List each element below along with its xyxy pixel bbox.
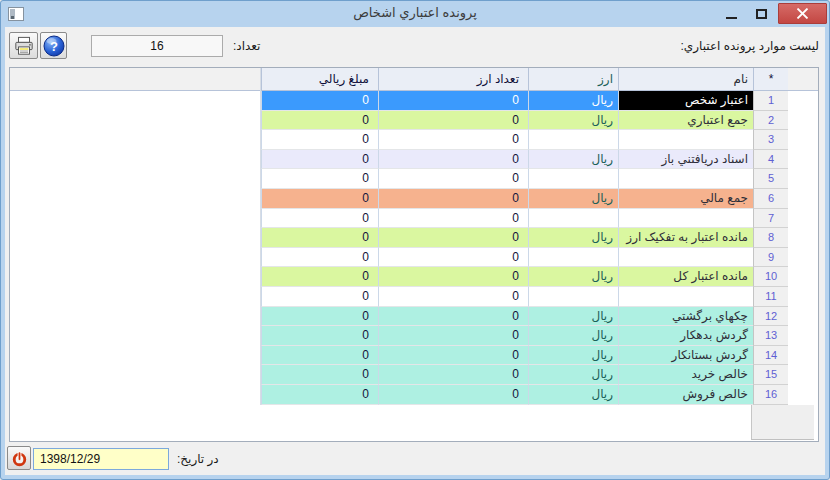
currency-count-cell[interactable]: 0: [378, 209, 528, 229]
currency-count-cell[interactable]: 0: [378, 228, 528, 248]
table-row[interactable]: 7 0 0: [261, 209, 788, 229]
table-row[interactable]: 14 گردش بستانکار ريال 0 0: [261, 346, 788, 366]
help-button[interactable]: ?: [40, 32, 67, 59]
row-number-cell[interactable]: 4: [753, 150, 788, 170]
table-row[interactable]: 11 0 0: [261, 287, 788, 307]
maximize-button[interactable]: [748, 3, 774, 24]
name-cell[interactable]: جمع مالي: [618, 189, 753, 209]
header-currency[interactable]: ارز: [528, 68, 618, 91]
currency-count-cell[interactable]: 0: [378, 189, 528, 209]
row-number-cell[interactable]: 1: [753, 91, 788, 111]
rial-amount-cell[interactable]: 0: [261, 150, 378, 170]
rial-amount-cell[interactable]: 0: [261, 169, 378, 189]
table-row[interactable]: 15 خالص خريد ريال 0 0: [261, 365, 788, 385]
currency-cell[interactable]: ريال: [528, 150, 618, 170]
rial-amount-cell[interactable]: 0: [261, 307, 378, 327]
currency-cell[interactable]: ريال: [528, 385, 618, 405]
close-button[interactable]: [778, 3, 827, 24]
count-field[interactable]: [91, 35, 223, 57]
currency-cell[interactable]: ريال: [528, 267, 618, 287]
row-number-cell[interactable]: 10: [753, 267, 788, 287]
currency-cell[interactable]: [528, 169, 618, 189]
row-number-cell[interactable]: 5: [753, 169, 788, 189]
name-cell[interactable]: جمع اعتباري: [618, 111, 753, 131]
name-cell[interactable]: مانده اعتبار به تفکيک ارز: [618, 228, 753, 248]
table-row[interactable]: 4 اسناد دريافتني باز ريال 0 0: [261, 150, 788, 170]
currency-cell[interactable]: ريال: [528, 365, 618, 385]
rial-amount-cell[interactable]: 0: [261, 111, 378, 131]
table-row[interactable]: 13 گردش بدهکار ريال 0 0: [261, 326, 788, 346]
rial-amount-cell[interactable]: 0: [261, 385, 378, 405]
currency-count-cell[interactable]: 0: [378, 365, 528, 385]
currency-cell[interactable]: ريال: [528, 91, 618, 111]
currency-cell[interactable]: [528, 209, 618, 229]
name-cell[interactable]: گردش بستانکار: [618, 346, 753, 366]
print-button[interactable]: [9, 32, 38, 59]
currency-cell[interactable]: ريال: [528, 189, 618, 209]
rial-amount-cell[interactable]: 0: [261, 189, 378, 209]
row-number-cell[interactable]: 2: [753, 111, 788, 131]
name-cell[interactable]: [618, 130, 753, 150]
row-number-cell[interactable]: 15: [753, 365, 788, 385]
name-cell[interactable]: خالص خريد: [618, 365, 753, 385]
table-row[interactable]: 1 اعتبار شخص ريال 0 0: [261, 91, 788, 111]
table-row[interactable]: 10 مانده اعتبار کل ريال 0 0: [261, 267, 788, 287]
currency-count-cell[interactable]: 0: [378, 326, 528, 346]
table-row[interactable]: 8 مانده اعتبار به تفکيک ارز ريال 0 0: [261, 228, 788, 248]
rial-amount-cell[interactable]: 0: [261, 346, 378, 366]
currency-count-cell[interactable]: 0: [378, 287, 528, 307]
rial-amount-cell[interactable]: 0: [261, 91, 378, 111]
currency-count-cell[interactable]: 0: [378, 111, 528, 131]
table-row[interactable]: 3 0 0: [261, 130, 788, 150]
row-number-cell[interactable]: 13: [753, 326, 788, 346]
row-number-cell[interactable]: 12: [753, 307, 788, 327]
currency-count-cell[interactable]: 0: [378, 307, 528, 327]
currency-count-cell[interactable]: 0: [378, 385, 528, 405]
row-number-cell[interactable]: 11: [753, 287, 788, 307]
currency-count-cell[interactable]: 0: [378, 150, 528, 170]
currency-cell[interactable]: [528, 130, 618, 150]
rial-amount-cell[interactable]: 0: [261, 209, 378, 229]
currency-cell[interactable]: ريال: [528, 307, 618, 327]
row-number-cell[interactable]: 7: [753, 209, 788, 229]
stop-button[interactable]: [7, 446, 31, 470]
row-number-cell[interactable]: 3: [753, 130, 788, 150]
currency-count-cell[interactable]: 0: [378, 169, 528, 189]
rial-amount-cell[interactable]: 0: [261, 267, 378, 287]
table-row[interactable]: 2 جمع اعتباري ريال 0 0: [261, 111, 788, 131]
rial-amount-cell[interactable]: 0: [261, 228, 378, 248]
currency-cell[interactable]: ريال: [528, 228, 618, 248]
row-number-cell[interactable]: 8: [753, 228, 788, 248]
rial-amount-cell[interactable]: 0: [261, 365, 378, 385]
header-currency-count[interactable]: تعداد ارز: [378, 68, 528, 91]
currency-count-cell[interactable]: 0: [378, 267, 528, 287]
header-rial-amount[interactable]: مبلغ ريالي: [261, 68, 378, 91]
name-cell[interactable]: اسناد دريافتني باز: [618, 150, 753, 170]
name-cell[interactable]: مانده اعتبار کل: [618, 267, 753, 287]
currency-cell[interactable]: [528, 248, 618, 268]
row-number-cell[interactable]: 14: [753, 346, 788, 366]
name-cell[interactable]: اعتبار شخص: [618, 91, 753, 111]
currency-cell[interactable]: ريال: [528, 326, 618, 346]
name-cell[interactable]: چکهاي برگشتي: [618, 307, 753, 327]
table-row[interactable]: 9 0 0: [261, 248, 788, 268]
currency-count-cell[interactable]: 0: [378, 248, 528, 268]
name-cell[interactable]: گردش بدهکار: [618, 326, 753, 346]
date-input[interactable]: [33, 448, 169, 470]
rial-amount-cell[interactable]: 0: [261, 248, 378, 268]
name-cell[interactable]: [618, 169, 753, 189]
minimize-button[interactable]: [718, 3, 744, 24]
row-number-cell[interactable]: 16: [753, 385, 788, 405]
currency-cell[interactable]: ريال: [528, 111, 618, 131]
header-name[interactable]: نام: [618, 68, 753, 91]
header-row-marker[interactable]: *: [753, 68, 788, 91]
rial-amount-cell[interactable]: 0: [261, 326, 378, 346]
table-row[interactable]: 6 جمع مالي ريال 0 0: [261, 189, 788, 209]
rial-amount-cell[interactable]: 0: [261, 287, 378, 307]
table-row[interactable]: 5 0 0: [261, 169, 788, 189]
table-row[interactable]: 12 چکهاي برگشتي ريال 0 0: [261, 307, 788, 327]
row-number-cell[interactable]: 6: [753, 189, 788, 209]
currency-cell[interactable]: [528, 287, 618, 307]
currency-count-cell[interactable]: 0: [378, 91, 528, 111]
rial-amount-cell[interactable]: 0: [261, 130, 378, 150]
